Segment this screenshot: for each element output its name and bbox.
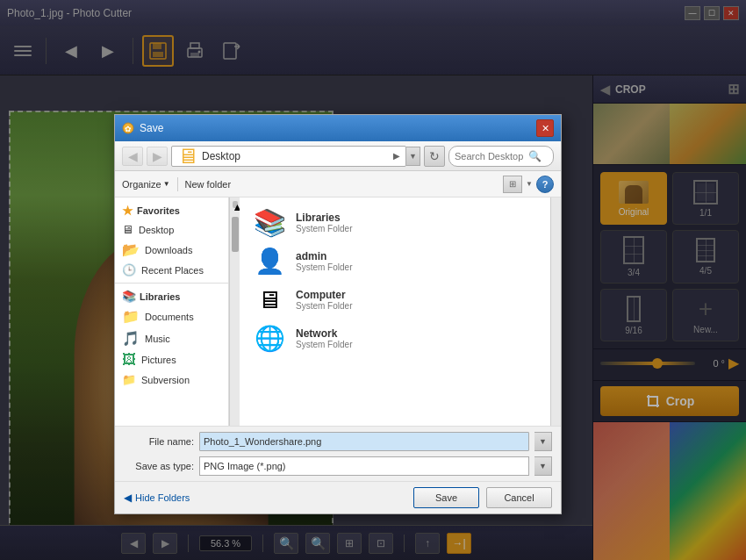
music-icon: 🎵 [122,330,140,347]
file-name-computer: Computer [296,289,538,301]
file-desc-libraries: System Folder [296,224,538,233]
location-arrow-icon: ▶ [393,151,400,161]
sidebar-item-desktop[interactable]: 🖥 Desktop [115,220,228,239]
subversion-icon: 📁 [122,373,136,386]
sidebar-item-documents-label: Documents [145,312,194,322]
filetype-label: Save as type: [124,461,194,471]
organize-arrow: ▼ [163,180,170,188]
file-name-admin: admin [296,250,538,262]
file-info-computer: Computer System Folder [296,289,538,311]
dialog-forward-button[interactable]: ▶ [147,147,168,166]
sidebar-item-desktop-label: Desktop [139,225,174,235]
svg-text:✿: ✿ [125,125,132,133]
dialog-save-button[interactable]: Save [413,487,479,508]
file-item-admin[interactable]: 👤 admin System Folder [247,243,543,278]
file-thumb-admin: 👤 [252,247,287,275]
sidebar-item-recent[interactable]: 🕒 Recent Places [115,261,228,279]
sidebar-item-recent-label: Recent Places [141,265,204,276]
view-button[interactable]: ⊞ [503,176,522,193]
favorites-star-icon: ★ [122,204,133,218]
search-input[interactable] [455,151,525,162]
libraries-icon: 📚 [122,290,136,303]
dialog-action-bar: ◀ Hide Folders Save Cancel [115,481,561,513]
dialog-toolbar: ◀ ▶ 🖥 Desktop ▶ ▼ ↻ 🔍 [115,141,561,171]
location-bar[interactable]: 🖥 Desktop ▶ [171,146,406,167]
file-desc-computer: System Folder [296,301,538,311]
libraries-label: Libraries [140,291,180,302]
file-name-network: Network [296,327,538,340]
sidebar-item-music[interactable]: 🎵 Music [115,327,228,349]
filename-dropdown-button[interactable]: ▼ [534,432,552,451]
new-folder-button[interactable]: New folder [185,179,232,190]
secondary-separator [177,177,178,191]
dialog-overlay: ✿ Save ✕ ◀ ▶ 🖥 Desktop ▶ ▼ ↻ 🔍 [0,0,746,560]
dialog-bottom: File name: ▼ Save as type: PNG Image (*.… [115,426,561,481]
hide-folders-arrow: ◀ [124,492,132,504]
favorites-header: ★ Favorites [115,201,228,220]
search-icon: 🔍 [528,150,542,162]
libraries-header: 📚 Libraries [115,287,228,305]
file-item-libraries[interactable]: 📚 Libraries System Folder [247,205,543,240]
search-box: 🔍 [448,146,554,167]
tree-divider [115,283,228,284]
scroll-thumb[interactable] [232,217,239,252]
sidebar-item-subversion[interactable]: 📁 Subversion [115,370,228,389]
favorites-label: Favorites [137,205,180,216]
sidebar-item-downloads[interactable]: 📂 Downloads [115,239,228,261]
file-list: 📚 Libraries System Folder 👤 admin System… [240,197,550,426]
filetype-dropdown-button[interactable]: ▼ [534,456,552,476]
documents-icon: 📁 [122,308,140,325]
refresh-button[interactable]: ↻ [424,146,445,167]
file-desc-admin: System Folder [296,262,538,272]
file-thumb-computer: 🖥 [252,285,287,313]
filename-row: File name: ▼ [124,432,552,451]
pictures-icon: 🖼 [122,352,136,368]
dialog-save-icon: ✿ [122,122,134,134]
hide-folders-label: Hide Folders [135,492,190,503]
filename-input[interactable] [199,432,529,451]
organize-button[interactable]: Organize ▼ [122,179,170,190]
dialog-close-button[interactable]: ✕ [536,119,554,137]
recent-icon: 🕒 [122,263,136,276]
dialog-body: ★ Favorites 🖥 Desktop 📂 Downloads 🕒 [115,197,561,426]
nav-tree-container: ★ Favorites 🖥 Desktop 📂 Downloads 🕒 [115,197,240,426]
file-info-admin: admin System Folder [296,250,538,272]
dialog-title: Save [140,122,163,134]
sidebar-item-pictures[interactable]: 🖼 Pictures [115,349,228,370]
view-controls: ⊞ ▼ ? [503,176,554,193]
sidebar-item-downloads-label: Downloads [145,245,192,255]
sidebar-item-documents[interactable]: 📁 Documents [115,305,228,327]
save-dialog: ✿ Save ✕ ◀ ▶ 🖥 Desktop ▶ ▼ ↻ 🔍 [114,114,562,514]
organize-label: Organize [122,179,161,190]
file-item-network[interactable]: 🌐 Network System Folder [247,320,543,355]
dialog-secondary-bar: Organize ▼ New folder ⊞ ▼ ? [115,171,561,197]
file-thumb-network: 🌐 [252,324,287,352]
dialog-titlebar: ✿ Save ✕ [115,115,561,141]
location-dropdown-button[interactable]: ▼ [406,147,420,166]
help-button[interactable]: ? [536,176,554,193]
location-folder-icon: 🖥 [177,144,198,169]
filetype-select[interactable]: PNG Image (*.png) JPEG Image (*.jpg) BMP… [199,456,529,476]
file-desc-network: System Folder [296,340,538,349]
libraries-section: 📚 Libraries 📁 Documents 🎵 Music 🖼 [115,287,228,389]
sidebar-item-music-label: Music [145,334,170,344]
file-info-network: Network System Folder [296,327,538,349]
scroll-up-arrow: ▲ [233,201,238,208]
file-thumb-libraries: 📚 [252,208,287,236]
dialog-back-button[interactable]: ◀ [122,147,143,166]
desktop-icon: 🖥 [122,223,133,236]
sidebar-item-subversion-label: Subversion [141,375,190,385]
downloads-folder-icon: 📂 [122,241,140,258]
hide-folders-button[interactable]: ◀ Hide Folders [124,492,190,504]
filename-label: File name: [124,436,194,447]
nav-tree: ★ Favorites 🖥 Desktop 📂 Downloads 🕒 [115,197,229,426]
favorites-section: ★ Favorites 🖥 Desktop 📂 Downloads 🕒 [115,201,228,279]
dialog-cancel-button[interactable]: Cancel [486,487,552,508]
filetype-row: Save as type: PNG Image (*.png) JPEG Ima… [124,456,552,476]
nav-tree-scrollbar[interactable]: ▲ [229,197,240,426]
file-info-libraries: Libraries System Folder [296,212,538,233]
location-text: Desktop [202,150,390,162]
file-list-scrollbar[interactable] [550,197,561,426]
file-name-libraries: Libraries [296,212,538,224]
file-item-computer[interactable]: 🖥 Computer System Folder [247,282,543,317]
